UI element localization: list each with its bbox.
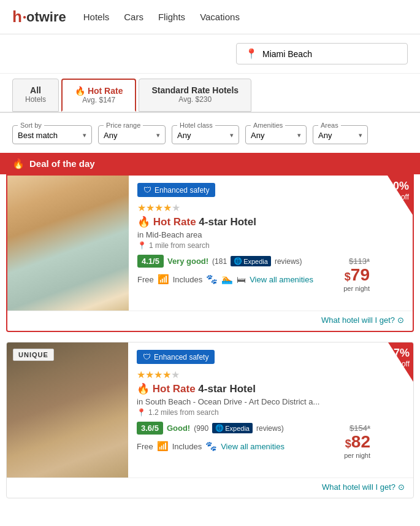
amenities-select[interactable]: Any <box>251 131 301 140</box>
hotel-distance-1: 📍 1 mile from search <box>137 241 370 250</box>
amenities-filter: Amenities Any ▾ <box>245 122 307 144</box>
stars-2: ★★★★★ <box>137 369 370 381</box>
rating-row-2: 3.6/5 Good! (990 🌐 Expedia reviews) <box>137 422 370 435</box>
discount-pct-2: 47% <box>388 347 410 360</box>
pin-icon-2: 📍 <box>137 408 146 417</box>
safety-badge-1: 🛡 Enhanced safety <box>137 183 215 197</box>
header: h●otwire Hotels Cars Flights Vacations <box>0 0 420 34</box>
hotel-card-1: 30% off 🛡 Enhanced safety ★★★★★ 🔥 Hot Ra… <box>6 174 414 332</box>
shield-icon-2: 🛡 <box>143 352 151 362</box>
shield-icon-1: 🛡 <box>143 185 151 195</box>
rating-row-1: 4.1/5 Very good! (181 🌐 Expedia reviews) <box>137 255 370 268</box>
hot-rate-label-2: 🔥 Hot Rate <box>137 383 196 395</box>
class-label: Hotel class <box>177 122 215 129</box>
tab-all-hotels[interactable]: All Hotels <box>12 79 59 112</box>
sort-label: Sort by <box>18 122 44 129</box>
expedia-logo-1: 🌐 Expedia <box>231 256 271 266</box>
hotel-image-placeholder-1 <box>7 176 129 311</box>
reviews-suffix-1: reviews) <box>275 257 302 266</box>
expedia-logo-2: 🌐 Expedia <box>212 423 253 433</box>
what-hotel-text-2: What hotel will I get? <box>322 482 395 492</box>
hotel-type-suffix-1: 4-star Hotel <box>199 216 256 228</box>
stars-1: ★★★★★ <box>137 202 370 214</box>
nav-flights[interactable]: Flights <box>158 12 185 22</box>
hotel-distance-2: 📍 1.2 miles from search <box>137 408 370 417</box>
deal-icon: 🔥 <box>12 158 25 169</box>
what-hotel-link-1[interactable]: What hotel will I get? ⊙ <box>321 315 404 325</box>
tab-hot-title: 🔥 Hot Rate <box>75 86 123 96</box>
filters-row: Sort by Best match ▾ Price range Any ▾ H… <box>0 113 420 153</box>
sort-select[interactable]: Best match <box>18 131 86 140</box>
amenities-row-2: Free 📶 Includes 🐾 View all amenities <box>137 441 370 452</box>
class-select[interactable]: Any <box>177 131 234 140</box>
discount-pct-1: 30% <box>387 180 409 193</box>
pin-icon-1: 📍 <box>137 241 147 250</box>
safety-label-2: Enhanced safety <box>154 353 208 362</box>
what-hotel-text-1: What hotel will I get? <box>321 315 395 325</box>
amenities-label: Amenities <box>251 122 285 129</box>
free-label-1: Free <box>137 275 154 284</box>
areas-filter: Areas Any ▾ <box>313 122 368 144</box>
tab-all-title: All <box>25 85 46 95</box>
hotel-image-placeholder-2 <box>7 342 128 478</box>
wifi-icon-1: 📶 <box>158 274 169 285</box>
rating-label-2: Good! <box>167 424 190 433</box>
sort-filter: Sort by Best match ▾ <box>12 122 92 144</box>
hotel-image-1 <box>7 176 129 311</box>
price-row-2: $154* $82 per night <box>344 424 370 459</box>
pets-icon-1: 🐾 <box>206 274 218 285</box>
wifi-icon-2: 📶 <box>157 441 169 452</box>
rating-label-1: Very good! <box>167 257 208 266</box>
search-input[interactable] <box>262 49 399 59</box>
chevron-circle-icon-1: ⊙ <box>397 315 404 325</box>
price-label: Price range <box>104 122 143 129</box>
discount-off-2: off <box>402 360 410 368</box>
hotel-image-2: UNIQUE <box>7 342 128 478</box>
nav-cars[interactable]: Cars <box>124 12 143 22</box>
pets-icon-2: 🐾 <box>205 441 217 452</box>
nav-hotels[interactable]: Hotels <box>83 12 110 22</box>
review-count-1: (181 <box>212 257 227 266</box>
main-nav: Hotels Cars Flights Vacations <box>83 12 240 22</box>
tab-all-sub: Hotels <box>25 95 46 104</box>
reviews-suffix-2: reviews) <box>256 424 284 433</box>
review-count-2: (990 <box>194 424 208 433</box>
current-price-2: $82 <box>345 433 370 452</box>
discount-off-1: off <box>401 193 409 201</box>
deal-banner: 🔥 Deal of the day <box>0 153 420 174</box>
logo[interactable]: h●otwire <box>12 7 66 26</box>
price-select[interactable]: Any <box>104 131 160 140</box>
tab-hot-rate[interactable]: 🔥 Hot Rate Avg. $147 <box>61 79 136 112</box>
amenity-icon-3: 🛏 <box>237 274 246 285</box>
deal-label: Deal of the day <box>29 158 95 169</box>
hotel-type-1: 🔥 Hot Rate 4-star Hotel <box>137 215 370 228</box>
tab-standard-title: Standard Rate Hotels <box>151 85 239 95</box>
view-amenities-2[interactable]: View all amenities <box>221 442 284 451</box>
discount-badge-2: 47% off <box>374 342 413 382</box>
safety-badge-2: 🛡 Enhanced safety <box>137 350 215 364</box>
price-row-1: $113* $79 per night <box>343 257 370 292</box>
card-inner-1: 30% off 🛡 Enhanced safety ★★★★★ 🔥 Hot Ra… <box>7 176 413 311</box>
original-price-1: $113* <box>349 257 370 266</box>
areas-select[interactable]: Any <box>318 131 362 140</box>
what-hotel-row-1: What hotel will I get? ⊙ <box>7 311 413 331</box>
logo-text: otwire <box>26 9 66 25</box>
hotel-type-2: 🔥 Hot Rate 4-star Hotel <box>137 382 370 395</box>
location-icon: 📍 <box>245 48 258 60</box>
hotel-location-1: in Mid-Beach area <box>137 230 370 239</box>
amenity-icon-2: 🏊 <box>221 274 233 285</box>
tab-standard-rate[interactable]: Standard Rate Hotels Avg. $230 <box>139 79 251 112</box>
safety-label-1: Enhanced safety <box>155 186 209 195</box>
hotel-type-suffix-2: 4-star Hotel <box>198 383 256 395</box>
discount-badge-1: 30% off <box>373 176 413 215</box>
current-price-1: $79 <box>345 266 370 285</box>
card-content-2: 47% off 🛡 Enhanced safety ★★★★★ 🔥 Hot Ra… <box>128 342 413 478</box>
nav-vacations[interactable]: Vacations <box>200 12 240 22</box>
chevron-circle-icon-2: ⊙ <box>398 482 405 492</box>
includes-label-1: Includes <box>173 275 202 284</box>
search-bar-row: 📍 <box>0 34 420 74</box>
view-amenities-1[interactable]: View all amenities <box>250 275 313 284</box>
tab-standard-sub: Avg. $230 <box>151 95 239 104</box>
tab-hot-sub: Avg. $147 <box>75 96 123 104</box>
what-hotel-link-2[interactable]: What hotel will I get? ⊙ <box>322 482 405 492</box>
